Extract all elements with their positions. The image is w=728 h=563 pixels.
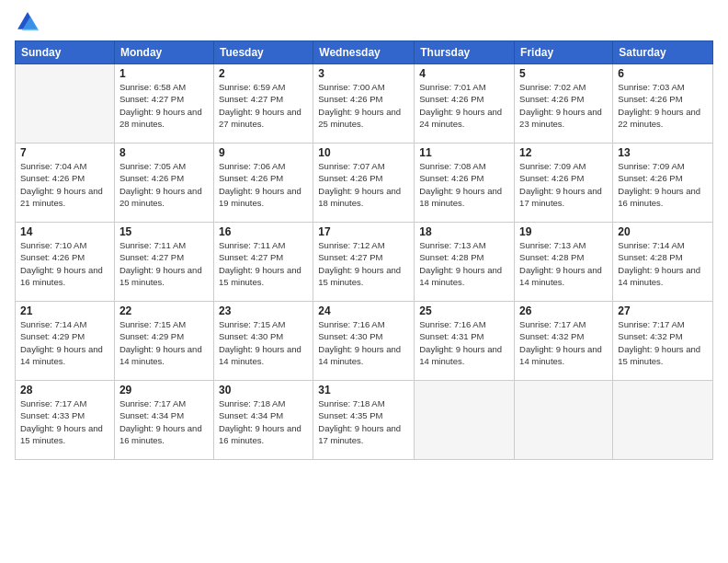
logo-icon	[15, 9, 40, 35]
calendar-cell: 4 Sunrise: 7:01 AMSunset: 4:26 PMDayligh…	[415, 64, 515, 144]
day-info: Sunrise: 7:06 AMSunset: 4:26 PMDaylight:…	[219, 160, 308, 209]
day-number: 15	[119, 225, 209, 238]
weekday-header-saturday: Saturday	[613, 41, 713, 64]
day-number: 11	[419, 146, 509, 159]
calendar-cell	[613, 381, 713, 460]
day-number: 12	[519, 146, 608, 159]
calendar-cell: 30 Sunrise: 7:18 AMSunset: 4:34 PMDaylig…	[213, 381, 313, 460]
day-info: Sunrise: 7:01 AMSunset: 4:26 PMDaylight:…	[419, 81, 509, 130]
calendar-cell: 19 Sunrise: 7:13 AMSunset: 4:28 PMDaylig…	[515, 223, 613, 302]
weekday-header-wednesday: Wednesday	[313, 41, 415, 64]
day-number: 20	[618, 225, 708, 238]
day-number: 17	[318, 225, 409, 238]
week-row-2: 7 Sunrise: 7:04 AMSunset: 4:26 PMDayligh…	[16, 144, 713, 223]
calendar-cell: 8 Sunrise: 7:05 AMSunset: 4:26 PMDayligh…	[114, 144, 213, 223]
calendar-cell: 13 Sunrise: 7:09 AMSunset: 4:26 PMDaylig…	[613, 144, 713, 223]
day-number: 16	[219, 225, 308, 238]
calendar-cell: 28 Sunrise: 7:17 AMSunset: 4:33 PMDaylig…	[16, 381, 115, 460]
day-number: 23	[219, 304, 308, 317]
calendar-cell: 23 Sunrise: 7:15 AMSunset: 4:30 PMDaylig…	[213, 302, 313, 381]
day-info: Sunrise: 7:14 AMSunset: 4:29 PMDaylight:…	[20, 318, 109, 367]
day-number: 8	[119, 146, 209, 159]
day-number: 27	[618, 304, 708, 317]
day-number: 5	[519, 67, 608, 80]
day-info: Sunrise: 7:18 AMSunset: 4:34 PMDaylight:…	[219, 397, 308, 446]
day-info: Sunrise: 7:05 AMSunset: 4:26 PMDaylight:…	[119, 160, 209, 209]
day-number: 7	[20, 146, 109, 159]
day-number: 9	[219, 146, 308, 159]
calendar-cell: 16 Sunrise: 7:11 AMSunset: 4:27 PMDaylig…	[213, 223, 313, 302]
day-number: 14	[20, 225, 109, 238]
day-info: Sunrise: 7:17 AMSunset: 4:34 PMDaylight:…	[119, 397, 209, 446]
day-info: Sunrise: 7:15 AMSunset: 4:30 PMDaylight:…	[219, 318, 308, 367]
calendar-cell: 6 Sunrise: 7:03 AMSunset: 4:26 PMDayligh…	[613, 64, 713, 144]
day-info: Sunrise: 7:09 AMSunset: 4:26 PMDaylight:…	[519, 160, 608, 209]
day-number: 25	[419, 304, 509, 317]
day-info: Sunrise: 7:07 AMSunset: 4:26 PMDaylight:…	[318, 160, 409, 209]
day-number: 30	[219, 384, 308, 396]
day-info: Sunrise: 7:02 AMSunset: 4:26 PMDaylight:…	[519, 81, 608, 130]
calendar-cell: 15 Sunrise: 7:11 AMSunset: 4:27 PMDaylig…	[114, 223, 213, 302]
calendar-cell: 25 Sunrise: 7:16 AMSunset: 4:31 PMDaylig…	[415, 302, 515, 381]
weekday-header-sunday: Sunday	[16, 41, 115, 64]
day-info: Sunrise: 7:13 AMSunset: 4:28 PMDaylight:…	[419, 239, 509, 288]
day-number: 4	[419, 67, 509, 80]
day-info: Sunrise: 7:08 AMSunset: 4:26 PMDaylight:…	[419, 160, 509, 209]
calendar-cell: 26 Sunrise: 7:17 AMSunset: 4:32 PMDaylig…	[515, 302, 613, 381]
week-row-1: 1 Sunrise: 6:58 AMSunset: 4:27 PMDayligh…	[16, 64, 713, 144]
calendar-cell: 22 Sunrise: 7:15 AMSunset: 4:29 PMDaylig…	[114, 302, 213, 381]
day-number: 2	[219, 67, 308, 80]
day-info: Sunrise: 7:00 AMSunset: 4:26 PMDaylight:…	[318, 81, 409, 130]
week-row-4: 21 Sunrise: 7:14 AMSunset: 4:29 PMDaylig…	[16, 302, 713, 381]
day-info: Sunrise: 7:15 AMSunset: 4:29 PMDaylight:…	[119, 318, 209, 367]
day-number: 24	[318, 304, 409, 317]
day-info: Sunrise: 7:14 AMSunset: 4:28 PMDaylight:…	[618, 239, 708, 288]
day-number: 26	[519, 304, 608, 317]
calendar-cell: 18 Sunrise: 7:13 AMSunset: 4:28 PMDaylig…	[415, 223, 515, 302]
day-number: 28	[20, 384, 109, 396]
day-number: 21	[20, 304, 109, 317]
calendar-cell: 3 Sunrise: 7:00 AMSunset: 4:26 PMDayligh…	[313, 64, 415, 144]
logo	[15, 9, 42, 35]
weekday-header-tuesday: Tuesday	[213, 41, 313, 64]
day-info: Sunrise: 7:16 AMSunset: 4:30 PMDaylight:…	[318, 318, 409, 367]
calendar-cell: 10 Sunrise: 7:07 AMSunset: 4:26 PMDaylig…	[313, 144, 415, 223]
calendar-cell	[16, 64, 115, 144]
week-row-3: 14 Sunrise: 7:10 AMSunset: 4:26 PMDaylig…	[16, 223, 713, 302]
day-number: 31	[318, 384, 409, 396]
day-info: Sunrise: 7:17 AMSunset: 4:32 PMDaylight:…	[519, 318, 608, 367]
day-info: Sunrise: 7:17 AMSunset: 4:32 PMDaylight:…	[618, 318, 708, 367]
weekday-header-monday: Monday	[114, 41, 213, 64]
weekday-header-friday: Friday	[515, 41, 613, 64]
day-number: 6	[618, 67, 708, 80]
day-info: Sunrise: 6:59 AMSunset: 4:27 PMDaylight:…	[219, 81, 308, 130]
calendar-cell	[515, 381, 613, 460]
day-info: Sunrise: 7:03 AMSunset: 4:26 PMDaylight:…	[618, 81, 708, 130]
day-info: Sunrise: 7:04 AMSunset: 4:26 PMDaylight:…	[20, 160, 109, 209]
weekday-header-row: SundayMondayTuesdayWednesdayThursdayFrid…	[16, 41, 713, 64]
page: SundayMondayTuesdayWednesdayThursdayFrid…	[0, 0, 728, 563]
calendar-cell: 12 Sunrise: 7:09 AMSunset: 4:26 PMDaylig…	[515, 144, 613, 223]
calendar-cell: 27 Sunrise: 7:17 AMSunset: 4:32 PMDaylig…	[613, 302, 713, 381]
day-info: Sunrise: 7:13 AMSunset: 4:28 PMDaylight:…	[519, 239, 608, 288]
day-number: 18	[419, 225, 509, 238]
calendar-cell: 11 Sunrise: 7:08 AMSunset: 4:26 PMDaylig…	[415, 144, 515, 223]
day-info: Sunrise: 7:12 AMSunset: 4:27 PMDaylight:…	[318, 239, 409, 288]
calendar-cell	[415, 381, 515, 460]
calendar-cell: 31 Sunrise: 7:18 AMSunset: 4:35 PMDaylig…	[313, 381, 415, 460]
calendar-cell: 14 Sunrise: 7:10 AMSunset: 4:26 PMDaylig…	[16, 223, 115, 302]
calendar-cell: 20 Sunrise: 7:14 AMSunset: 4:28 PMDaylig…	[613, 223, 713, 302]
day-info: Sunrise: 7:16 AMSunset: 4:31 PMDaylight:…	[419, 318, 509, 367]
day-info: Sunrise: 7:09 AMSunset: 4:26 PMDaylight:…	[618, 160, 708, 209]
day-info: Sunrise: 7:10 AMSunset: 4:26 PMDaylight:…	[20, 239, 109, 288]
calendar-cell: 24 Sunrise: 7:16 AMSunset: 4:30 PMDaylig…	[313, 302, 415, 381]
day-number: 3	[318, 67, 409, 80]
day-info: Sunrise: 7:11 AMSunset: 4:27 PMDaylight:…	[219, 239, 308, 288]
calendar-cell: 5 Sunrise: 7:02 AMSunset: 4:26 PMDayligh…	[515, 64, 613, 144]
header	[15, 9, 713, 35]
calendar-cell: 1 Sunrise: 6:58 AMSunset: 4:27 PMDayligh…	[114, 64, 213, 144]
day-info: Sunrise: 7:18 AMSunset: 4:35 PMDaylight:…	[318, 397, 409, 446]
calendar-cell: 2 Sunrise: 6:59 AMSunset: 4:27 PMDayligh…	[213, 64, 313, 144]
calendar-cell: 29 Sunrise: 7:17 AMSunset: 4:34 PMDaylig…	[114, 381, 213, 460]
day-info: Sunrise: 7:11 AMSunset: 4:27 PMDaylight:…	[119, 239, 209, 288]
